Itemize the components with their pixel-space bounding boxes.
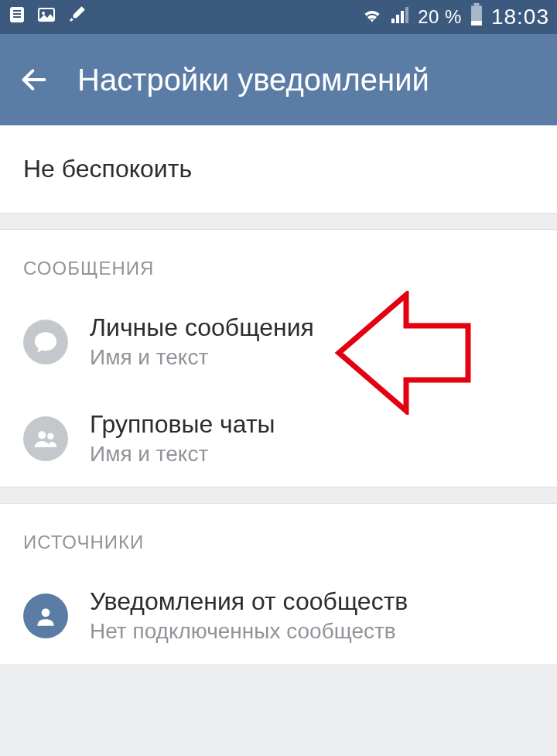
item-subtitle: Имя и текст (90, 345, 314, 370)
item-subtitle: Нет подключенных сообществ (90, 619, 408, 644)
do-not-disturb-item[interactable]: Не беспокоить (0, 125, 557, 213)
messages-header: СООБЩЕНИЯ (0, 230, 557, 293)
svg-rect-3 (13, 16, 21, 18)
section-gap (0, 487, 557, 504)
svg-rect-2 (13, 13, 21, 15)
svg-rect-10 (473, 3, 479, 5)
section-messages: СООБЩЕНИЯ Личные сообщения Имя и текст Г… (0, 230, 557, 487)
community-notifications-item[interactable]: Уведомления от сообществ Нет подключенны… (0, 567, 557, 664)
section-gap (0, 213, 557, 230)
page-title: Настройки уведомлений (77, 63, 429, 97)
item-title: Групповые чаты (90, 410, 275, 439)
app-bar: Настройки уведомлений (0, 34, 557, 125)
svg-point-16 (42, 608, 50, 617)
private-messages-item[interactable]: Личные сообщения Имя и текст (0, 293, 557, 390)
svg-point-15 (47, 433, 53, 439)
battery-percent: 20 % (418, 6, 462, 28)
user-icon (23, 594, 68, 638)
sources-header: ИСТОЧНИКИ (0, 504, 557, 567)
svg-rect-9 (405, 7, 408, 23)
item-subtitle: Имя и текст (90, 442, 275, 467)
group-chats-text: Групповые чаты Имя и текст (90, 410, 275, 467)
svg-point-14 (38, 431, 46, 439)
svg-rect-8 (401, 11, 404, 23)
svg-rect-7 (396, 15, 399, 23)
group-icon (23, 416, 68, 461)
community-notifications-text: Уведомления от сообществ Нет подключенны… (90, 587, 408, 644)
status-left-icons (8, 5, 87, 29)
clock: 18:03 (491, 5, 549, 29)
back-button[interactable] (19, 64, 50, 95)
wifi-icon (361, 5, 384, 29)
signal-icon (391, 6, 410, 28)
svg-point-5 (42, 12, 45, 15)
item-title: Личные сообщения (90, 313, 314, 342)
group-chats-item[interactable]: Групповые чаты Имя и текст (0, 390, 557, 487)
section-dnd: Не беспокоить (0, 125, 557, 213)
document-icon (8, 5, 26, 29)
status-bar: 20 % 18:03 (0, 0, 557, 34)
private-messages-text: Личные сообщения Имя и текст (90, 313, 314, 370)
svg-rect-6 (391, 19, 395, 23)
do-not-disturb-label: Не беспокоить (23, 155, 192, 183)
chat-bubble-icon (23, 320, 68, 364)
battery-icon (470, 3, 484, 31)
section-sources: ИСТОЧНИКИ Уведомления от сообществ Нет п… (0, 504, 557, 664)
svg-rect-12 (471, 21, 482, 26)
status-right: 20 % 18:03 (361, 3, 549, 31)
image-icon (37, 5, 56, 29)
item-title: Уведомления от сообществ (90, 587, 408, 616)
brush-icon (67, 5, 87, 29)
svg-rect-1 (13, 10, 21, 12)
